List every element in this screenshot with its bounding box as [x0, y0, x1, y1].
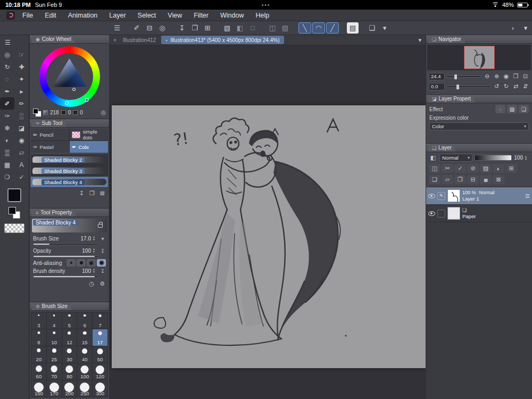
menu-item[interactable]: Select: [138, 12, 156, 19]
panel-collapse-icon[interactable]: ›: [506, 22, 519, 34]
subtool-brush-row[interactable]: Shaded Blocky 2: [31, 154, 108, 165]
menu-item[interactable]: File: [22, 12, 33, 19]
opacity-stepper[interactable]: ▴▾: [93, 248, 97, 253]
zoom-tool-icon[interactable]: ◎: [0, 48, 14, 61]
material-palette-icon[interactable]: ▤: [279, 22, 292, 34]
brush-size-tab[interactable]: ⊜Brush Size: [32, 302, 71, 310]
visibility-eye-icon[interactable]: [428, 211, 435, 216]
canvas-settings-icon[interactable]: ⊟: [143, 22, 156, 34]
clip-at-layer-icon[interactable]: ✓: [454, 164, 466, 173]
brush-size-cell[interactable]: 7: [93, 312, 107, 329]
blend-tool-icon[interactable]: ◐: [0, 134, 14, 146]
blend-mode-dropdown[interactable]: Normal ▾: [439, 154, 472, 162]
brush-size-combo-icon[interactable]: ▾: [99, 236, 106, 242]
wheel-mode-icon[interactable]: ◎: [101, 109, 106, 116]
brush-size-cell[interactable]: 170: [47, 380, 62, 397]
tab-expand-icon[interactable]: ▾: [418, 37, 421, 44]
visibility-eye-icon[interactable]: [428, 194, 435, 198]
hue-square-marker[interactable]: [85, 98, 88, 102]
airbrush-tool-icon[interactable]: ░: [14, 110, 29, 122]
gesture-icon[interactable]: ◎: [156, 22, 169, 34]
camera-icon[interactable]: ◙: [480, 175, 492, 184]
layer-color-effect-icon[interactable]: ❏: [519, 105, 529, 113]
tab-illustration413[interactable]: ● Illustration413* (5400 x 4500px 800dpi…: [161, 36, 284, 44]
brush-size-cell[interactable]: 4: [47, 312, 62, 329]
pencil-tool-icon[interactable]: ✏: [14, 97, 29, 110]
brush-size-cell[interactable]: 120: [93, 363, 107, 380]
brush-size-cell[interactable]: 10: [47, 329, 62, 346]
paste-layer-icon[interactable]: ❐: [454, 175, 466, 184]
subtool-group-pencil[interactable]: ✏Pencil: [31, 129, 69, 140]
tool-property-tab[interactable]: ≡Tool Property: [32, 209, 76, 217]
brush-size-cell[interactable]: 150: [31, 380, 46, 397]
paper-thumbnail[interactable]: [447, 207, 460, 220]
decoration-tool-icon[interactable]: ✻: [0, 122, 14, 134]
subtool-brush-row[interactable]: Shaded Blocky 4: [31, 177, 108, 188]
navigator-thumbnail[interactable]: [464, 46, 495, 69]
brush-size-cell[interactable]: 70: [47, 363, 62, 380]
menu-item[interactable]: View: [168, 12, 182, 19]
brush-size-cell[interactable]: 3: [31, 312, 46, 329]
brush-size-cell[interactable]: 300: [93, 380, 107, 397]
brush-size-cell[interactable]: 15: [77, 329, 92, 346]
new-folder-icon[interactable]: ▱: [442, 175, 453, 184]
brush-size-cell[interactable]: 40: [77, 346, 92, 363]
frame-border-tool-icon[interactable]: ▦: [0, 159, 14, 171]
brush-size-cell[interactable]: 250: [77, 380, 92, 397]
brush-size-cell[interactable]: 12: [62, 329, 77, 346]
enable-mask-icon[interactable]: ◐: [493, 164, 504, 173]
menu-item[interactable]: Window: [220, 12, 244, 19]
fit-screen-icon[interactable]: ❒: [512, 73, 520, 80]
actual-size-icon[interactable]: ⊡: [521, 73, 529, 80]
separator[interactable]: [292, 22, 298, 34]
menu-item[interactable]: Edit: [45, 12, 56, 19]
correction-tool-icon[interactable]: ✓: [14, 171, 29, 183]
brush-size-cell[interactable]: 17: [93, 329, 107, 346]
subtool-group-pastel[interactable]: ✑Pastel: [31, 141, 69, 153]
sv-marker[interactable]: [72, 88, 76, 91]
layer1-thumbnail[interactable]: [447, 189, 460, 202]
aa-weak-button[interactable]: [77, 259, 86, 267]
fill-tool-icon[interactable]: ◉: [14, 134, 29, 146]
move-tool-icon[interactable]: ✚: [14, 61, 29, 73]
layer-opacity-bar[interactable]: [475, 155, 512, 161]
separator[interactable]: [359, 22, 365, 34]
zoom-reset-icon[interactable]: ◉: [502, 73, 510, 80]
menu-item[interactable]: Animation: [68, 12, 98, 19]
flip-horizontal-icon[interactable]: ⇄: [512, 83, 520, 90]
zoom-value-field[interactable]: 24.4: [429, 73, 445, 80]
zoom-slider[interactable]: [446, 76, 481, 78]
brush-density-value[interactable]: 100: [82, 268, 91, 274]
navigator-tab[interactable]: ❏Navigator: [428, 35, 465, 43]
tone-effect-icon[interactable]: ▨: [507, 105, 517, 113]
sub-color-swatch[interactable]: [9, 207, 20, 219]
invert-selection-icon[interactable]: □: [246, 22, 259, 34]
separator[interactable]: [340, 22, 347, 34]
separator[interactable]: [169, 22, 176, 34]
opacity-value[interactable]: 100: [82, 248, 91, 254]
history-icon[interactable]: ◷: [89, 280, 95, 287]
lasso-tool-icon[interactable]: ◌: [0, 73, 14, 85]
brush-size-cell[interactable]: 60: [31, 363, 46, 380]
delete-subtool-icon[interactable]: ⊠: [100, 190, 105, 197]
toolbar-expand-icon[interactable]: ▾: [378, 22, 391, 34]
layer-menu-icon[interactable]: ☰: [525, 193, 530, 199]
rotate-view-tool-icon[interactable]: ↻: [0, 61, 14, 73]
color-wheel-tab[interactable]: ◉Color Wheel: [32, 35, 75, 43]
color-wheel[interactable]: [39, 46, 100, 107]
combine-preview-icon[interactable]: ◧: [429, 154, 437, 161]
layer-property-tab[interactable]: ◪Layer Propert: [428, 95, 475, 103]
expression-color-dropdown[interactable]: Color ▾: [429, 122, 529, 130]
brush-size-cell[interactable]: 50: [93, 346, 107, 363]
layer-opacity-value[interactable]: 100: [514, 155, 523, 161]
main-color-swatch[interactable]: [7, 188, 21, 202]
hsv-square-icon[interactable]: [43, 110, 48, 115]
brush-size-value[interactable]: 17.0: [81, 236, 91, 242]
aa-medium-button[interactable]: [87, 259, 96, 267]
spacer[interactable]: [391, 22, 506, 34]
brush-size-cell[interactable]: 25: [47, 346, 62, 363]
brush-size-cell[interactable]: 5: [62, 312, 77, 329]
figure-tool-icon[interactable]: ▱: [14, 146, 29, 159]
flip-vertical-icon[interactable]: ⇵: [521, 83, 529, 90]
pen-tool-icon[interactable]: ✐: [0, 97, 14, 110]
